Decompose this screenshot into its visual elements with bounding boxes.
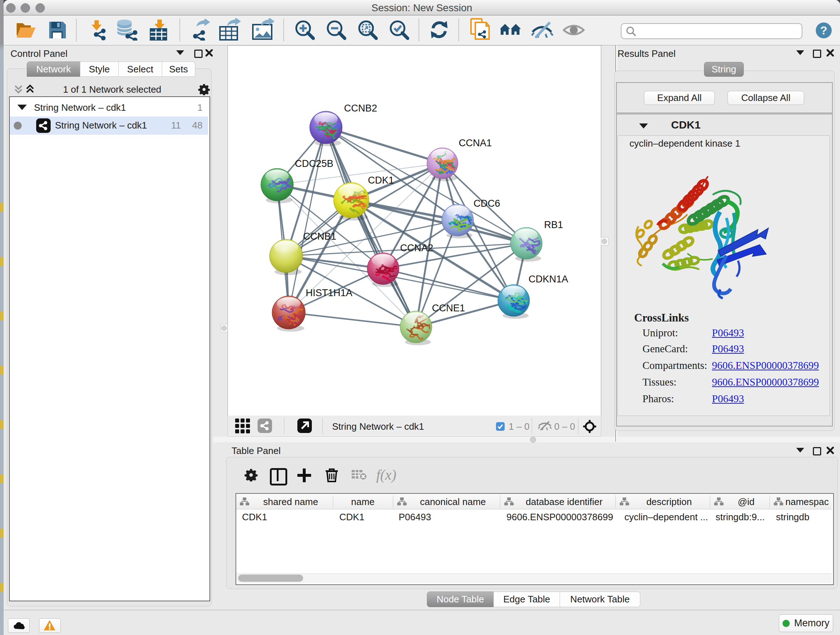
svg-text:CCNB1: CCNB1: [303, 231, 336, 242]
svg-text:CDC25B: CDC25B: [295, 158, 333, 169]
svg-text:HIST1H1A: HIST1H1A: [306, 287, 352, 298]
svg-text:RB1: RB1: [544, 219, 563, 230]
svg-text:CCNA1: CCNA1: [459, 138, 492, 149]
svg-text:CCNE1: CCNE1: [432, 302, 465, 314]
svg-text:CDC6: CDC6: [474, 198, 500, 209]
svg-text:CCNB2: CCNB2: [344, 103, 377, 114]
svg-text:CDK1: CDK1: [368, 175, 394, 186]
svg-text:CCNA2: CCNA2: [400, 242, 433, 253]
svg-text:CDKN1A: CDKN1A: [529, 274, 568, 285]
